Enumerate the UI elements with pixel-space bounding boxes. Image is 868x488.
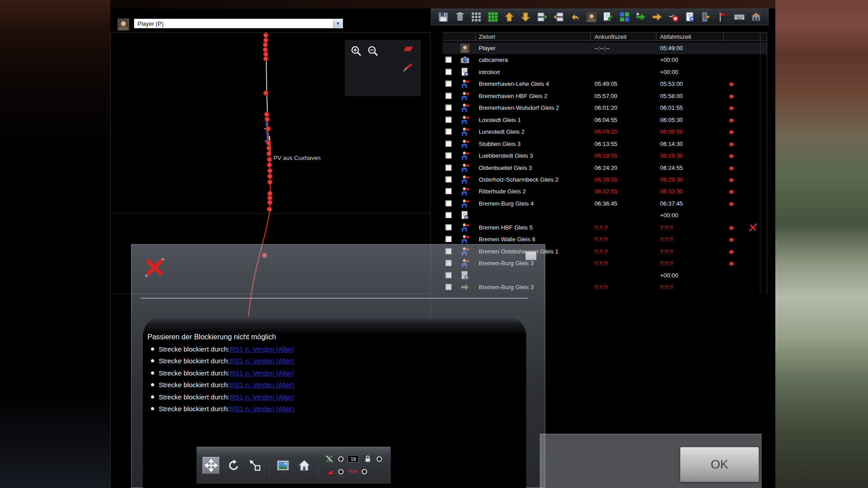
toolbar-insert-left-button[interactable] (552, 11, 565, 23)
timetable-row[interactable]: Bremen-Burg Gleis 406:36:4506:37:45 (443, 198, 767, 210)
toolbar-route-cancel-button[interactable] (668, 11, 680, 23)
timetable-row[interactable]: +00:00 (443, 210, 767, 221)
lock-radio[interactable] (377, 456, 382, 462)
row-checkbox[interactable] (445, 80, 452, 87)
col-zielort[interactable]: Zielort (479, 33, 495, 40)
row-checkbox[interactable] (445, 128, 452, 135)
ts-radio[interactable] (362, 469, 367, 474)
route-stop-dot[interactable] (264, 33, 268, 38)
toolbar-delete-button[interactable] (454, 11, 466, 23)
row-checkbox[interactable] (445, 200, 452, 206)
timetable-row[interactable]: Bremerhaven-Wulsdorf Gleis 206:01:2006:0… (443, 102, 767, 114)
timetable-row[interactable]: Stubben Gleis 306:13:5506:14:30 (443, 138, 767, 150)
timetable-row[interactable]: Oldenbuettel Gleis 306:24:2006:24:55 (443, 162, 767, 174)
slope-radio[interactable] (338, 469, 344, 474)
timetable-row[interactable]: Player--:--:--05:49:00 (443, 42, 767, 54)
route-stop-dot[interactable] (268, 174, 272, 178)
zoom-in-icon[interactable] (350, 45, 363, 57)
axis-radio[interactable] (338, 456, 344, 462)
area-tool-icon[interactable] (400, 44, 417, 56)
toolbar-depot-button[interactable] (750, 11, 762, 23)
toolbar-save-button[interactable] (437, 11, 449, 23)
toolbar-keyboard-button[interactable] (733, 11, 745, 23)
ok-button[interactable]: OK (680, 447, 759, 482)
route-stop-dot[interactable] (263, 42, 268, 47)
route-stop-dot[interactable] (268, 191, 272, 196)
timetable-row[interactable]: Loxstedt Gleis 106:04:5506:05:30 (443, 114, 767, 126)
col-abfahrtszeit[interactable]: Abfahrtszeit (660, 33, 691, 40)
move-tool-button[interactable] (202, 456, 220, 474)
zoom-out-icon[interactable] (367, 45, 379, 57)
cancel-cross-icon[interactable] (748, 223, 758, 232)
row-checkbox[interactable] (445, 117, 452, 123)
row-checkbox[interactable] (445, 93, 452, 99)
blocking-train-link[interactable]: RS1 n. Verden (Aller) (230, 393, 294, 401)
row-checkbox[interactable] (445, 104, 452, 111)
route-stop-dot[interactable] (264, 112, 269, 117)
blocking-train-link[interactable]: RS1 n. Verden (Aller) (230, 381, 294, 389)
timetable-row[interactable]: Bremen HBF Gleis 5!!:!!:!!!!:!!:!! (443, 222, 767, 234)
timetable-row[interactable]: Osterholz-Scharmbeck Gleis 206:28:5506:2… (443, 174, 767, 186)
blocking-train-link[interactable]: RS1 n. Verden (Aller) (230, 369, 294, 377)
col-ankunftszeit[interactable]: Ankunftszeit (594, 33, 627, 40)
row-checkbox[interactable] (445, 56, 452, 63)
toolbar-edit-schedule-button[interactable] (602, 11, 614, 23)
rotate-tool-button[interactable] (226, 458, 241, 473)
line-tool-icon[interactable] (400, 61, 417, 73)
timetable-row[interactable]: introtext+00:00 (443, 66, 767, 78)
toolbar-grid-large-button[interactable] (487, 11, 499, 23)
chevron-down-icon[interactable]: ▼ (333, 19, 342, 28)
route-stop-dot[interactable] (268, 180, 272, 184)
route-stop-dot[interactable] (266, 127, 270, 131)
timetable-row[interactable]: Luebberstedt Gleis 306:18:5506:19:30 (443, 150, 767, 162)
row-checkbox[interactable] (445, 164, 452, 171)
toolbar-exit-button[interactable] (700, 11, 712, 23)
route-stop-dot[interactable] (264, 56, 268, 61)
blocking-train-link[interactable]: RS1 n. Verden (Aller) (230, 345, 294, 353)
image-tool-button[interactable] (275, 458, 291, 473)
route-stop-dot[interactable] (267, 146, 271, 150)
route-stop-dot[interactable] (264, 52, 268, 56)
toolbar-document-button[interactable] (684, 11, 696, 23)
toolbar-lower-button[interactable] (519, 11, 532, 23)
row-checkbox[interactable] (445, 188, 452, 194)
timetable-row[interactable]: Bremerhaven HBF Gleis 205:57:0005:58:00 (443, 90, 767, 102)
route-stop-dot[interactable] (267, 163, 272, 167)
row-checkbox[interactable] (445, 224, 452, 230)
route-stop-dot[interactable] (268, 169, 272, 173)
grid-size-value[interactable]: 18 (348, 455, 359, 463)
home-tool-button[interactable] (297, 458, 312, 473)
timetable-row[interactable]: cabcamera+00:00 (443, 54, 767, 66)
route-stop-dot[interactable] (264, 91, 268, 95)
route-stop-dot[interactable] (265, 117, 269, 122)
toolbar-grid-small-button[interactable] (470, 11, 482, 23)
toolbar-tiles-button[interactable] (618, 11, 631, 23)
route-stop-dot[interactable] (264, 38, 268, 42)
toolbar-undo-button[interactable] (569, 11, 581, 23)
route-stop-dot[interactable] (268, 200, 272, 205)
toolbar-route-add-button[interactable] (635, 11, 647, 23)
row-checkbox[interactable] (445, 141, 452, 147)
row-checkbox[interactable] (445, 212, 452, 218)
row-checkbox[interactable] (445, 176, 452, 183)
route-stop-dot[interactable] (263, 47, 268, 52)
train-select-dropdown[interactable]: Player (P) ▼ (134, 19, 343, 28)
row-checkbox[interactable] (445, 152, 452, 159)
timetable-row[interactable]: Bremerhaven-Lehe Gleis 405:49:0505:53:00 (443, 78, 767, 90)
route-stop-dot[interactable] (267, 157, 272, 162)
blocking-train-link[interactable]: RS1 n. Verden (Aller) (230, 405, 294, 413)
row-checkbox[interactable] (445, 69, 452, 75)
route-stop-dot[interactable] (267, 151, 271, 156)
toolbar-driver-button[interactable] (585, 11, 598, 23)
route-stop-dot[interactable] (268, 196, 272, 200)
route-stop-dot[interactable] (267, 207, 272, 211)
timetable-row[interactable]: Ritterhude Gleis 206:32:5506:33:30 (443, 186, 767, 197)
toolbar-raise-button[interactable] (503, 11, 515, 23)
blocking-train-link[interactable]: RS1 n. Verden (Aller) (230, 357, 294, 365)
toolbar-route-next-button[interactable] (651, 11, 663, 23)
toolbar-insert-right-button[interactable] (536, 11, 548, 23)
toolbar-flag-button[interactable] (717, 11, 729, 23)
route-stop-dot[interactable] (266, 141, 271, 145)
timetable-row[interactable]: Lunestedt Gleis 206:09:2006:09:55 (443, 126, 767, 138)
move-object-tool-button[interactable] (247, 458, 263, 473)
